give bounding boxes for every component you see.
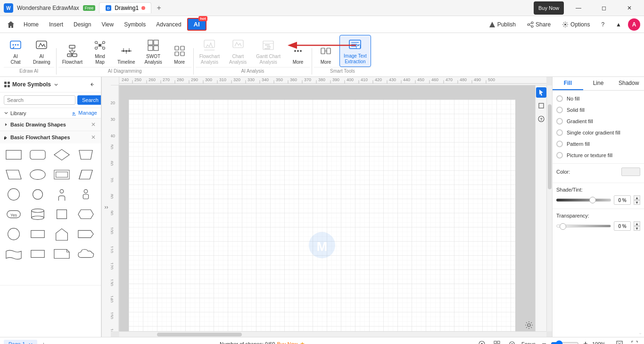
menu-view[interactable]: View — [97, 19, 118, 30]
fill-tab[interactable]: Fill — [553, 77, 583, 90]
collapse-ribbon-button[interactable]: ▲ — [611, 19, 626, 30]
gantt-chart-analysis-button[interactable]: Gantt ChartAnalysis — [252, 36, 284, 67]
shape-circle-sm[interactable] — [28, 186, 48, 203]
ai-chat-button[interactable]: AIChat — [4, 36, 27, 67]
shape-diamond[interactable] — [52, 146, 72, 163]
shape-cylinder[interactable] — [28, 206, 48, 223]
help-tool-button[interactable]: ? — [536, 114, 546, 124]
horizontal-scrollbar[interactable] — [119, 331, 546, 337]
transparency-slider-track[interactable] — [556, 225, 611, 227]
vertical-scrollbar-thumb[interactable] — [548, 104, 552, 189]
transparency-increment-button[interactable]: ▲ — [634, 221, 640, 226]
zoom-slider[interactable] — [551, 340, 579, 344]
page-1-tab[interactable]: Page-1 — [4, 340, 37, 344]
shape-circle[interactable] — [4, 186, 24, 203]
help-button[interactable]: ? — [596, 19, 609, 30]
timeline-button[interactable]: Timeline — [114, 42, 139, 67]
shape-tool-button[interactable] — [536, 101, 546, 111]
shade-slider-track[interactable] — [556, 199, 611, 201]
fullscreen-button[interactable] — [629, 338, 640, 344]
flowchart-analysis-button[interactable]: FlowchartAnalysis — [196, 36, 223, 67]
swot-analysis-button[interactable]: SWOTAnalysis — [140, 36, 165, 67]
collapse-panel-button[interactable] — [88, 80, 97, 89]
shape-person[interactable] — [52, 186, 72, 203]
zoom-in-button[interactable]: + — [581, 339, 590, 344]
shape-circle2[interactable] — [4, 226, 24, 243]
canvas-area[interactable]: 240 250 260 270 280 290 300 310 320 330 … — [111, 77, 552, 337]
shape-trapezoid[interactable] — [76, 146, 96, 163]
shape-note[interactable] — [52, 245, 72, 262]
shade-slider-thumb[interactable] — [589, 197, 596, 203]
more3-button[interactable]: More — [314, 42, 338, 67]
shape-rect3[interactable] — [28, 245, 48, 262]
transparency-slider-thumb[interactable] — [560, 223, 566, 230]
shape-prep[interactable] — [76, 206, 96, 223]
menu-symbols[interactable]: Symbols — [119, 19, 150, 30]
vertical-scrollbar[interactable] — [546, 85, 552, 331]
canvas-inner[interactable]: M — [129, 100, 515, 331]
close-flowchart-button[interactable]: ✕ — [90, 134, 97, 141]
line-tab[interactable]: Line — [583, 77, 614, 90]
shape-double-rect[interactable] — [52, 166, 72, 183]
shape-person2[interactable] — [76, 186, 96, 203]
restore-button[interactable]: ◻ — [593, 1, 615, 15]
minimize-button[interactable]: ― — [568, 1, 589, 15]
user-avatar[interactable]: A — [628, 18, 640, 31]
manage-button[interactable]: Manage — [71, 110, 97, 116]
shape-data[interactable] — [76, 166, 96, 183]
buy-now-button[interactable]: Buy Now — [534, 1, 564, 15]
menu-insert[interactable]: Insert — [44, 19, 68, 30]
transparency-value-input[interactable] — [614, 221, 631, 231]
shape-yes-badge[interactable]: Yes — [4, 206, 24, 223]
transparency-decrement-button[interactable]: ▼ — [634, 226, 640, 231]
shape-rect2[interactable] — [28, 226, 48, 243]
publish-button[interactable]: Publish — [484, 19, 520, 30]
new-tab-button[interactable]: + — [153, 2, 165, 14]
ai-drawing-button[interactable]: AIDrawing — [29, 36, 54, 67]
fit-button[interactable] — [491, 338, 503, 344]
search-button[interactable]: Search — [77, 95, 101, 105]
gradient-fill-option[interactable]: Gradient fill — [556, 117, 640, 126]
color-swatch[interactable] — [621, 168, 640, 176]
buy-now-status-link[interactable]: Buy Now — [277, 341, 297, 344]
close-button[interactable]: ✕ — [619, 1, 640, 15]
add-page-button[interactable]: + — [39, 339, 49, 344]
no-fill-option[interactable]: No fill — [556, 94, 640, 103]
basic-flowchart-shapes-header[interactable]: Basic Flowchart Shapes ✕ — [0, 131, 101, 143]
collapse-right-panel-button[interactable]: ›› — [101, 77, 111, 337]
shape-cloud[interactable] — [76, 245, 96, 262]
shape-wave[interactable] — [4, 245, 24, 262]
menu-home[interactable]: Home — [19, 19, 43, 30]
canvas-scroll-area[interactable]: M — [119, 85, 546, 331]
shadow-tab[interactable]: Shadow — [613, 77, 644, 90]
ai-tab[interactable]: AI hot — [187, 18, 206, 31]
shape-house[interactable] — [52, 226, 72, 243]
focus-button[interactable] — [506, 338, 518, 344]
snap-button[interactable] — [476, 338, 487, 344]
flowchart-button[interactable]: Flowchart — [58, 42, 86, 67]
shape-arrow-rect[interactable] — [76, 226, 96, 243]
drawing-tab[interactable]: D Drawing1 — [99, 2, 151, 13]
shade-decrement-button[interactable]: ▼ — [634, 200, 640, 205]
options-button[interactable]: Options — [557, 19, 594, 30]
horizontal-scrollbar-thumb[interactable] — [157, 333, 242, 336]
shape-oval[interactable] — [28, 166, 48, 183]
more1-button[interactable]: More — [168, 42, 191, 67]
shade-increment-button[interactable]: ▲ — [634, 195, 640, 200]
chart-analysis-button[interactable]: ChartAnalysis — [225, 36, 250, 67]
close-basic-drawing-button[interactable]: ✕ — [90, 121, 97, 128]
menu-advanced[interactable]: Advanced — [151, 19, 186, 30]
shade-value-input[interactable] — [614, 195, 631, 205]
canvas-settings-button[interactable] — [524, 320, 534, 330]
share-button[interactable]: Share — [522, 19, 555, 30]
basic-drawing-shapes-header[interactable]: Basic Drawing Shapes ✕ — [0, 118, 101, 131]
picture-texture-option[interactable]: Picture or texture fill — [556, 151, 640, 159]
more2-button[interactable]: More — [286, 42, 310, 67]
shape-rectangle[interactable] — [4, 146, 24, 163]
search-input[interactable] — [4, 95, 75, 105]
home-icon[interactable] — [4, 17, 18, 32]
menu-design[interactable]: Design — [69, 19, 96, 30]
solid-fill-option[interactable]: Solid fill — [556, 106, 640, 114]
shape-rounded-rect[interactable] — [28, 146, 48, 163]
shape-stadium[interactable] — [52, 206, 72, 223]
